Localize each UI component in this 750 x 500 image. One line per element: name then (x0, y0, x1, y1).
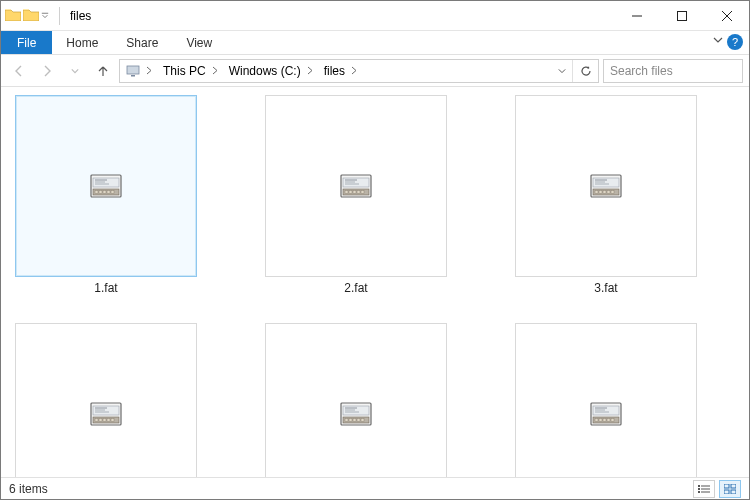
file-type-icon (340, 174, 372, 198)
tab-home[interactable]: Home (52, 31, 112, 54)
file-thumbnail (265, 95, 447, 277)
svg-rect-45 (103, 419, 106, 422)
svg-rect-76 (724, 484, 729, 488)
svg-rect-34 (603, 191, 606, 194)
svg-rect-27 (593, 178, 619, 187)
svg-rect-13 (107, 191, 110, 194)
address-bar[interactable]: This PC Windows (C:) files (119, 59, 599, 83)
svg-rect-2 (127, 66, 139, 74)
tab-view[interactable]: View (172, 31, 226, 54)
thumbnails-view-button[interactable] (719, 480, 741, 498)
svg-rect-69 (611, 419, 614, 422)
svg-rect-1 (677, 11, 686, 20)
file-type-icon (590, 402, 622, 426)
svg-rect-68 (607, 419, 610, 422)
svg-rect-58 (361, 419, 364, 422)
svg-rect-78 (724, 490, 729, 494)
chevron-right-icon[interactable] (305, 66, 316, 75)
ribbon: File Home Share View ? (1, 31, 749, 55)
chevron-right-icon[interactable] (144, 66, 155, 75)
content-pane[interactable]: 1.fat 2.fat 3.fat 4.fat 5.fat (1, 87, 749, 477)
svg-rect-5 (93, 178, 119, 187)
breadcrumb-this-pc[interactable]: This PC (155, 60, 210, 82)
svg-rect-75 (701, 491, 710, 492)
svg-rect-47 (111, 419, 114, 422)
chevron-right-icon[interactable] (349, 66, 360, 75)
chevron-right-icon[interactable] (210, 66, 221, 75)
forward-button[interactable] (35, 59, 59, 83)
tab-share[interactable]: Share (112, 31, 172, 54)
svg-rect-72 (698, 488, 700, 490)
up-button[interactable] (91, 59, 115, 83)
item-count: 6 items (9, 482, 48, 496)
file-tile[interactable]: 3.fat (515, 95, 697, 295)
expand-ribbon-button[interactable] (713, 35, 723, 45)
help-button[interactable]: ? (727, 34, 743, 50)
svg-rect-71 (701, 485, 710, 486)
file-thumbnail (265, 323, 447, 477)
svg-rect-67 (603, 419, 606, 422)
search-input[interactable]: Search files (603, 59, 743, 83)
qat-overflow[interactable] (41, 12, 49, 20)
svg-rect-35 (607, 191, 610, 194)
file-type-icon (590, 174, 622, 198)
svg-rect-10 (95, 191, 98, 194)
tab-file[interactable]: File (1, 31, 52, 54)
svg-rect-25 (361, 191, 364, 194)
file-type-icon (340, 402, 372, 426)
svg-rect-43 (95, 419, 98, 422)
svg-rect-38 (93, 406, 119, 415)
svg-rect-54 (345, 419, 348, 422)
file-tile[interactable]: 2.fat (265, 95, 447, 295)
svg-rect-66 (599, 419, 602, 422)
svg-rect-74 (698, 491, 700, 493)
recent-locations-button[interactable] (63, 59, 87, 83)
window-title: files (66, 9, 91, 23)
folder-icon (5, 7, 21, 25)
breadcrumb-folder[interactable]: files (316, 60, 349, 82)
file-thumbnail (515, 323, 697, 477)
file-tile[interactable]: 5.fat (265, 323, 447, 477)
search-placeholder: Search files (610, 64, 673, 78)
svg-rect-24 (357, 191, 360, 194)
maximize-button[interactable] (659, 1, 704, 30)
svg-rect-12 (103, 191, 106, 194)
svg-rect-16 (343, 178, 369, 187)
svg-rect-65 (595, 419, 598, 422)
back-button[interactable] (7, 59, 31, 83)
svg-rect-77 (731, 484, 736, 488)
nav-row: This PC Windows (C:) files Search files (1, 55, 749, 87)
status-bar: 6 items (1, 477, 749, 499)
file-tile[interactable]: 6.fat (515, 323, 697, 477)
svg-rect-21 (345, 191, 348, 194)
svg-rect-3 (131, 75, 135, 77)
minimize-button[interactable] (614, 1, 659, 30)
folder-icon (23, 7, 39, 25)
qat (1, 7, 53, 25)
file-name-label: 3.fat (594, 277, 617, 295)
svg-rect-14 (111, 191, 114, 194)
close-button[interactable] (704, 1, 749, 30)
svg-rect-70 (698, 485, 700, 487)
title-bar: files (1, 1, 749, 31)
file-name-label: 2.fat (344, 277, 367, 295)
svg-rect-60 (593, 406, 619, 415)
file-type-icon (90, 402, 122, 426)
svg-rect-49 (343, 406, 369, 415)
svg-rect-33 (599, 191, 602, 194)
breadcrumb-drive[interactable]: Windows (C:) (221, 60, 305, 82)
svg-rect-32 (595, 191, 598, 194)
file-thumbnail (515, 95, 697, 277)
file-tile[interactable]: 1.fat (15, 95, 197, 295)
details-view-button[interactable] (693, 480, 715, 498)
explorer-window: files File Home Share View ? (0, 0, 750, 500)
svg-rect-11 (99, 191, 102, 194)
svg-rect-0 (42, 12, 48, 13)
refresh-button[interactable] (572, 60, 598, 82)
file-tile[interactable]: 4.fat (15, 323, 197, 477)
pc-icon (126, 65, 140, 77)
svg-rect-44 (99, 419, 102, 422)
svg-rect-73 (701, 488, 710, 489)
address-history-button[interactable] (552, 59, 572, 83)
file-thumbnail (15, 95, 197, 277)
